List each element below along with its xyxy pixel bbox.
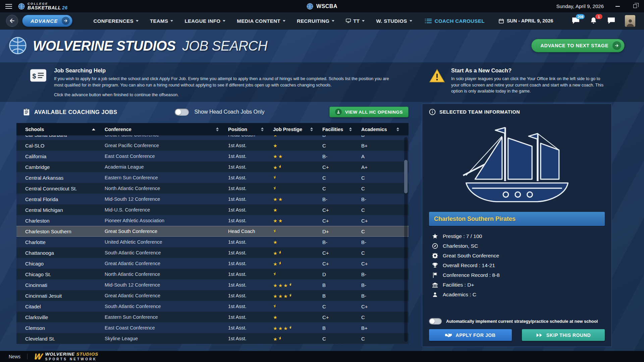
conference-cell: Pioneer Athletic Association [105,218,228,223]
back-button[interactable] [6,15,18,27]
academics-cell: A+ [361,164,409,170]
table-row[interactable]: Cal-SLOGreat Pacific Conference1st Asst.… [16,140,409,151]
apply-for-job-button[interactable]: APPLY FOR JOB [429,329,512,341]
advance-button[interactable]: ADVANCE [22,15,72,27]
facilities-cell: C+ [322,164,361,170]
advance-to-next-stage-button[interactable]: ADVANCE TO NEXT STAGE [531,39,625,52]
nav-item-w-studios[interactable]: W. STUDIOS [376,18,412,24]
table-row[interactable]: CaliforniaEast Coast Conference1st Asst.… [16,151,409,162]
restore-window-button[interactable] [631,3,639,10]
nav-item-media-content[interactable]: MEDIA CONTENT [237,18,285,24]
column-header-academics[interactable]: Academics [361,127,409,132]
prestige-cell: ★ [273,185,322,192]
skip-this-round-button[interactable]: SKIP THIS ROUND [522,329,605,341]
messages-button[interactable]: 208 [572,17,581,25]
school-cell: Charleston [25,218,105,224]
jobs-table-header: SchoolsConferencePositionJob PrestigeFac… [16,123,409,135]
table-row[interactable]: Cal-Santa BarbaraGreat Pacific Conferenc… [16,135,409,140]
table-row[interactable]: ChattanoogaSouth Atlantic Conference1st … [16,247,409,258]
prestige-stars: ★★ [273,261,281,267]
view-all-hc-openings-label: VIEW ALL HC OPENINGS [345,110,403,115]
footer: News W WOLVERINE STUDIOS SPORTS NETWORK [0,351,644,362]
head-coach-only-toggle[interactable] [175,109,189,116]
team-stat: Overall Record : 14-21 [432,260,605,270]
building-icon [432,282,438,288]
table-row[interactable]: Chicago St.North Atlantic Conference1st … [16,269,409,280]
team-stat: Great South Conference [432,251,605,260]
location-icon [432,243,438,249]
school-cell: Central Michigan [25,207,105,213]
view-all-hc-openings-button[interactable]: VIEW ALL HC OPENINGS [329,107,409,117]
fast-forward-icon [536,333,543,338]
column-header-conference[interactable]: Conference [105,127,228,132]
new-coach-title: Start As a New Coach? [451,67,609,74]
table-row[interactable]: CambridgeAcademia League1st Asst.★★C+A+ [16,162,409,172]
table-row-selected[interactable]: Charleston SouthernGreat South Conferenc… [16,226,409,237]
nav-item-league-info[interactable]: LEAGUE INFO [184,18,225,24]
team-stat: Charleston, SC [432,241,605,251]
column-header-job-prestige[interactable]: Job Prestige [273,127,322,132]
sort-asc-icon [92,128,95,130]
column-label: Conference [105,127,131,132]
nav-item-teams[interactable]: TEAMS [150,18,173,24]
table-row[interactable]: CharlotteUnited Athletic Conference1st A… [16,237,409,247]
nav-item-recruiting[interactable]: RECRUITING [297,18,334,24]
table-row[interactable]: CitadelSouth Atlantic Conference1st Asst… [16,301,409,312]
column-header-position[interactable]: Position [228,127,273,132]
notifications-button[interactable]: 1 [589,17,598,25]
academics-cell: C+ [361,304,409,309]
nav-item-conferences[interactable]: CONFERENCES [93,18,138,24]
clipboard-icon [23,108,30,116]
school-cell: Chattanooga [25,250,105,256]
scrollbar-thumb[interactable] [404,160,408,193]
table-row[interactable]: CharlestonPioneer Athletic Association1s… [16,215,409,226]
footer-divider [27,354,28,359]
hamburger-menu-icon[interactable] [5,4,13,9]
school-cell: Cambridge [25,164,105,170]
team-stat-label: Academics : C [443,292,476,298]
prestige-cell: ★★ [273,154,322,159]
auto-strategy-toggle[interactable] [429,318,442,324]
minimize-button[interactable] [614,3,621,10]
nav-date[interactable]: SUN - APRIL 9, 2026 [499,18,553,23]
team-stats: Prestige : 7 / 100Charleston, SCGreat So… [429,231,605,299]
table-row[interactable]: Cincinnati JesuitGreat Atlantic Conferen… [16,290,409,301]
table-row[interactable]: Central Connecticut St.North Atlantic Co… [16,183,409,194]
table-row[interactable]: Central FloridaMid-South 12 Conference1s… [16,194,409,204]
position-cell: 1st Asst. [228,175,273,180]
navbar: ADVANCE CONFERENCESTEAMSLEAGUE INFOMEDIA… [0,12,644,29]
position-cell: 1st Asst. [228,186,273,191]
table-row[interactable]: ClemsonEast Coast Conference1st Asst.★★★… [16,322,409,333]
academics-cell: B [361,135,409,138]
prestige-stars: ★★ [273,154,283,159]
column-header-schools[interactable]: Schools [25,127,105,132]
user-avatar[interactable] [625,15,635,27]
table-row[interactable]: ChicagoGreat Atlantic Conference1st Asst… [16,258,409,269]
table-row[interactable]: CincinnatiMid-South 12 Conference1st Ass… [16,280,409,290]
nav-date-label: SUN - APRIL 9, 2026 [507,18,553,23]
apply-for-job-label: APPLY FOR JOB [455,333,495,338]
chat-button[interactable] [607,17,616,25]
game-logo-icon [9,37,27,55]
academics-cell: B+ [361,325,409,331]
news-link[interactable]: News [9,354,20,359]
table-row[interactable]: Cleveland St.Skyline League1st Asst.★★CC [16,333,409,344]
nav-item-tt[interactable]: TT [346,18,365,24]
table-row[interactable]: Central MichiganMid-U.S. Conference1st A… [16,204,409,215]
conference-cell: Great Atlantic Conference [105,261,228,266]
table-row[interactable]: ClarksvilleEastern Sun Conference1st Ass… [16,312,409,322]
titlebar-date: Sunday, April 9, 2026 [556,3,604,9]
table-row[interactable]: Central ArkansasEastern Sun Conference1s… [16,172,409,183]
academics-cell: C+ [361,218,409,224]
conference-cell: Skyline League [105,336,228,341]
team-panel-header: SELECTED TEAM INFORMATION [429,109,605,115]
column-header-facilities[interactable]: Facilities [322,127,361,132]
ws-brand-line1: WOLVERINE STUDIOS [45,352,98,357]
table-scrollbar[interactable] [404,137,408,342]
messages-badge: 208 [576,14,585,19]
nav-item-coach-carousel[interactable]: COACH CAROUSEL [425,18,485,24]
team-stat-label: Facilities : D+ [443,282,474,288]
column-label: Facilities [322,127,343,132]
prestige-stars: ★★ [273,165,281,170]
prestige-stars: ★ [273,304,275,310]
